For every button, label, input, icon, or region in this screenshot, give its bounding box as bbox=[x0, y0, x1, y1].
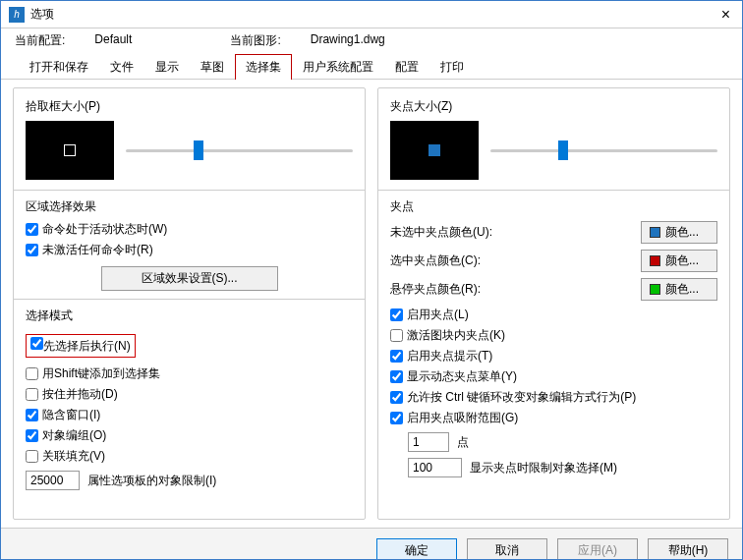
prop-limit-input[interactable] bbox=[26, 471, 80, 490]
tabs: 打开和保存 文件 显示 草图 选择集 用户系统配置 配置 打印 bbox=[1, 53, 742, 80]
chk-block-grips[interactable]: 激活图块内夹点(K) bbox=[390, 327, 717, 344]
hover-grip-color-label: 悬停夹点颜色(R): bbox=[390, 281, 633, 298]
chk-implied-window[interactable]: 隐含窗口(I) bbox=[26, 407, 353, 423]
chk-ctrl-cycle[interactable]: 允许按 Ctrl 键循环改变对象编辑方式行为(P) bbox=[390, 389, 717, 406]
gripsize-slider[interactable] bbox=[490, 140, 717, 160]
chk-noun-verb[interactable]: 先选择后执行(N) bbox=[26, 334, 136, 358]
pickbox-size-label: 拾取框大小(P) bbox=[26, 98, 353, 115]
chk-assoc-hatch[interactable]: 关联填充(V) bbox=[26, 448, 353, 465]
tab-user-pref[interactable]: 用户系统配置 bbox=[292, 54, 384, 80]
config-value: Default bbox=[94, 32, 132, 49]
tab-open-save[interactable]: 打开和保存 bbox=[19, 54, 99, 80]
info-row: 当前配置: Default 当前图形: Drawing1.dwg bbox=[1, 28, 742, 53]
area-effects-title: 区域选择效果 bbox=[26, 198, 353, 215]
tab-plot[interactable]: 打印 bbox=[429, 54, 475, 80]
dot-input[interactable] bbox=[408, 432, 449, 452]
right-column: 夹点大小(Z) 夹点 未选中夹点颜色(U): 颜色... 选中夹点颜色(C): … bbox=[377, 87, 730, 520]
swatch-red bbox=[650, 255, 660, 266]
ok-button[interactable]: 确定 bbox=[376, 538, 457, 560]
titlebar: h 选项 × bbox=[1, 1, 742, 28]
grips-title: 夹点 bbox=[390, 198, 717, 215]
left-column: 拾取框大小(P) 区域选择效果 命令处于活动状态时(W) 未激活任何命令时(R)… bbox=[13, 87, 366, 520]
selected-grip-color-button[interactable]: 颜色... bbox=[641, 250, 717, 272]
select-mode-title: 选择模式 bbox=[26, 308, 353, 324]
help-button[interactable]: 帮助(H) bbox=[648, 538, 728, 560]
swatch-green bbox=[650, 284, 660, 295]
chk-object-group[interactable]: 对象编组(O) bbox=[26, 427, 353, 444]
content: 拾取框大小(P) 区域选择效果 命令处于活动状态时(W) 未激活任何命令时(R)… bbox=[1, 80, 742, 528]
apply-button[interactable]: 应用(A) bbox=[557, 538, 638, 560]
unselected-grip-color-label: 未选中夹点颜色(U): bbox=[390, 224, 633, 241]
pickbox-preview bbox=[26, 121, 114, 180]
selected-grip-color-label: 选中夹点颜色(C): bbox=[390, 252, 633, 269]
window-title: 选项 bbox=[30, 6, 717, 23]
chk-no-cmd[interactable]: 未激活任何命令时(R) bbox=[26, 242, 353, 258]
chk-dyn-menu[interactable]: 显示动态夹点菜单(Y) bbox=[390, 368, 717, 385]
cancel-button[interactable]: 取消 bbox=[467, 538, 547, 560]
chk-active-cmd[interactable]: 命令处于活动状态时(W) bbox=[26, 221, 353, 238]
close-icon[interactable]: × bbox=[717, 6, 734, 24]
area-settings-button[interactable]: 区域效果设置(S)... bbox=[101, 266, 278, 291]
prop-limit-label: 属性选项板的对象限制(I) bbox=[87, 473, 216, 489]
drawing-value: Drawing1.dwg bbox=[311, 32, 385, 49]
chk-shift-add[interactable]: 用Shift键添加到选择集 bbox=[26, 365, 353, 382]
footer: 确定 取消 应用(A) 帮助(H) bbox=[1, 528, 742, 560]
grip-limit-input[interactable] bbox=[408, 458, 462, 477]
pickbox-slider[interactable] bbox=[126, 140, 353, 160]
chk-enable-grips[interactable]: 启用夹点(L) bbox=[390, 307, 717, 323]
grip-limit-label: 显示夹点时限制对象选择(M) bbox=[470, 460, 617, 476]
tab-selection[interactable]: 选择集 bbox=[235, 54, 292, 80]
tab-profiles[interactable]: 配置 bbox=[384, 54, 429, 80]
config-label: 当前配置: bbox=[15, 32, 65, 49]
dot-label: 点 bbox=[457, 434, 469, 451]
unselected-grip-color-button[interactable]: 颜色... bbox=[641, 221, 717, 244]
app-icon: h bbox=[9, 7, 25, 23]
gripsize-preview bbox=[390, 121, 479, 180]
swatch-blue bbox=[650, 227, 660, 238]
chk-press-drag[interactable]: 按住并拖动(D) bbox=[26, 386, 353, 403]
drawing-label: 当前图形: bbox=[230, 32, 280, 49]
gripsize-label: 夹点大小(Z) bbox=[390, 98, 717, 115]
hover-grip-color-button[interactable]: 颜色... bbox=[641, 278, 717, 301]
chk-snap-range[interactable]: 启用夹点吸附范围(G) bbox=[390, 410, 717, 426]
tab-files[interactable]: 文件 bbox=[99, 54, 144, 80]
tab-drafting[interactable]: 草图 bbox=[190, 54, 235, 80]
chk-grip-tips[interactable]: 启用夹点提示(T) bbox=[390, 348, 717, 364]
tab-display[interactable]: 显示 bbox=[144, 54, 190, 80]
